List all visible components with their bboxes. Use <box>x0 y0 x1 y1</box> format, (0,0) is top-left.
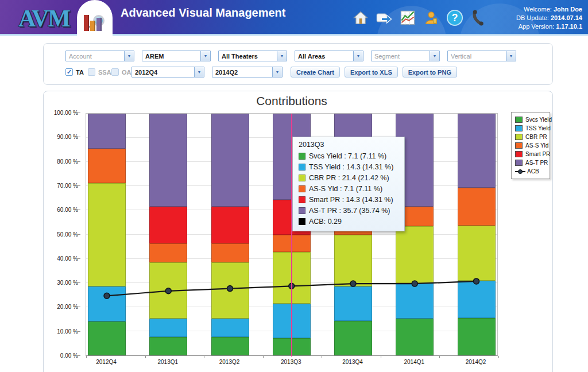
dropdown-value: Account <box>66 53 95 60</box>
tooltip-text: CBR PR : 21.4 (21.42 %) <box>309 174 389 182</box>
y-tick-label: 50.00 % <box>57 231 78 238</box>
chevron-down-icon: ▼ <box>353 51 363 61</box>
legend-label: Smart PR <box>525 151 550 157</box>
filter-dropdown-vertical[interactable]: Vertical▼ <box>447 51 516 61</box>
y-tick-mark <box>78 161 80 162</box>
tooltip-swatch <box>299 207 305 214</box>
chevron-down-icon: ▼ <box>430 51 439 61</box>
db-update-value: 2014.07.14 <box>551 14 582 21</box>
tooltip-text: AS-T PR : 35.7 (35.74 %) <box>309 207 390 215</box>
filter-dropdown-account[interactable]: Account▼ <box>65 51 134 61</box>
chevron-down-icon: ▼ <box>200 51 210 61</box>
tooltip-row: TSS Yield : 14.3 (14.31 %) <box>299 161 399 172</box>
y-tick-mark <box>78 307 80 307</box>
filter-dropdown-2014q2[interactable]: 2014Q2▼ <box>212 67 283 78</box>
dropdown-value: Segment <box>372 53 403 60</box>
y-tick-mark <box>78 234 80 235</box>
logo-badge-icon <box>77 0 113 36</box>
welcome-line: Welcome: John Doe <box>516 5 582 14</box>
chevron-down-icon: ▼ <box>194 67 204 77</box>
acb-marker[interactable] <box>165 288 171 294</box>
help-icon[interactable]: ? <box>446 9 464 27</box>
chevron-down-icon: ▼ <box>124 51 134 61</box>
dropdown-value: AREM <box>142 53 167 60</box>
legend-label: AS-S Yld <box>525 142 548 149</box>
export-to-png-button[interactable]: Export to PNG <box>403 67 457 78</box>
chart-legend: Svcs YieldTSS YieldCBR PRAS-S YldSmart P… <box>511 112 550 179</box>
checkbox-ta[interactable]: ✓TA <box>65 68 88 76</box>
legend-item-tss-yield[interactable]: TSS Yield <box>515 124 546 133</box>
checkbox-box[interactable]: ✓ <box>65 68 73 76</box>
filter-dropdown-segment[interactable]: Segment▼ <box>371 51 440 61</box>
y-tick-mark <box>78 185 80 186</box>
header-nav: ? <box>351 9 488 27</box>
create-chart-button[interactable]: Create Chart <box>291 67 340 78</box>
filter-dropdown-all-theaters[interactable]: All Theaters▼ <box>218 51 287 61</box>
filter-dropdown-all-areas[interactable]: All Areas▼ <box>295 51 363 61</box>
checkbox-ssa[interactable]: SSA <box>88 68 111 76</box>
y-tick-mark <box>78 282 80 283</box>
legend-label: Svcs Yield <box>525 117 552 123</box>
legend-item-as-s-yld[interactable]: AS-S Yld <box>515 141 546 150</box>
y-tick-label: 90.00 % <box>57 134 78 141</box>
y-tick-label: 40.00 % <box>57 255 78 262</box>
legend-label: TSS Yield <box>525 125 551 131</box>
legend-swatch <box>515 117 523 123</box>
chevron-down-icon: ▼ <box>277 51 287 61</box>
tooltip-row: Svcs Yield : 7.1 (7.11 %) <box>299 150 399 161</box>
checkbox-box[interactable] <box>111 68 119 76</box>
tooltip-row: ACB: 0.29 <box>299 216 399 227</box>
logo-bar-purple <box>96 18 102 31</box>
plot-area[interactable] <box>86 113 498 356</box>
app-version-value: 1.17.10.1 <box>556 23 582 30</box>
logo-bar-red <box>84 15 89 31</box>
tooltip-row: AS-S Yld : 7.1 (7.11 %) <box>299 183 399 194</box>
legend-label: ACB <box>527 168 539 175</box>
tooltip-swatch <box>299 175 305 181</box>
chart-icon[interactable] <box>399 9 417 27</box>
dropdown-value: All Theaters <box>219 53 261 60</box>
x-tick-mark <box>498 356 499 358</box>
user-icon[interactable] <box>422 9 440 27</box>
acb-marker[interactable] <box>350 281 356 286</box>
acb-marker[interactable] <box>227 286 233 292</box>
export-to-xls-button[interactable]: Export to XLS <box>345 67 398 78</box>
legend-swatch <box>515 125 523 131</box>
tooltip-text: Svcs Yield : 7.1 (7.11 %) <box>309 152 386 160</box>
tooltip-row: CBR PR : 21.4 (21.42 %) <box>299 172 399 183</box>
y-tick-label: 60.00 % <box>57 207 78 214</box>
checkbox-box[interactable] <box>88 68 95 76</box>
legend-line-marker-icon <box>515 169 525 175</box>
legend-item-smart-pr[interactable]: Smart PR <box>515 150 546 158</box>
y-tick-mark <box>78 331 80 332</box>
app-version-line: App Version: 1.17.10.1 <box>516 22 582 31</box>
x-tick-label: 2013Q1 <box>157 359 178 365</box>
tooltip-rows: Svcs Yield : 7.1 (7.11 %)TSS Yield : 14.… <box>299 150 399 227</box>
legend-item-svcs-yield[interactable]: Svcs Yield <box>515 115 546 124</box>
y-tick-label: 10.00 % <box>57 328 78 335</box>
dropdown-value: All Areas <box>295 53 328 60</box>
legend-item-acb[interactable]: ACB <box>515 167 546 176</box>
acb-marker[interactable] <box>412 281 417 286</box>
x-tick-label: 2013Q3 <box>281 359 301 365</box>
y-tick-mark <box>78 258 80 259</box>
tooltip-swatch <box>299 164 305 170</box>
x-tick-label: 2013Q4 <box>342 359 363 365</box>
home-icon[interactable] <box>351 9 370 27</box>
dropdown-value: Vertical <box>448 53 474 60</box>
filter-dropdown-2012q4[interactable]: 2012Q4▼ <box>131 67 204 78</box>
phone-icon[interactable] <box>469 9 488 27</box>
user-name: John Doe <box>554 6 582 13</box>
acb-marker[interactable] <box>104 293 110 299</box>
filter-dropdown-arem[interactable]: AREM▼ <box>142 51 211 61</box>
legend-item-as-t-pr[interactable]: AS-T PR <box>515 158 546 167</box>
checkbox-oa[interactable]: OA <box>111 68 131 76</box>
tooltip-row: AS-T PR : 35.7 (35.74 %) <box>299 205 399 216</box>
legend-item-cbr-pr[interactable]: CBR PR <box>515 133 546 141</box>
export-icon[interactable] <box>375 9 393 27</box>
y-tick-label: 80.00 % <box>57 158 78 165</box>
tooltip-swatch <box>299 218 305 225</box>
acb-marker[interactable] <box>474 278 479 284</box>
legend-label: CBR PR <box>525 134 547 140</box>
y-tick-mark <box>78 113 80 113</box>
